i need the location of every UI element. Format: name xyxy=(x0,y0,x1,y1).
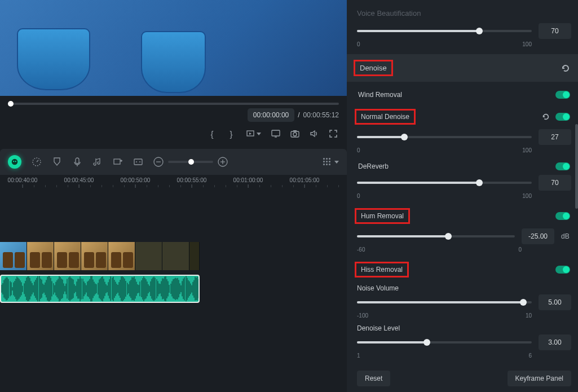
denoise-label: Denoise xyxy=(354,60,393,76)
svg-rect-12 xyxy=(134,159,142,165)
normal-denoise-value[interactable]: 27 xyxy=(539,129,571,145)
brace-close-icon[interactable]: } xyxy=(227,129,236,138)
layout-mode[interactable] xyxy=(323,158,339,166)
svg-rect-10 xyxy=(76,158,79,164)
left-panel: 00:00:00:00 / 00:00:55:12 { } xyxy=(0,0,347,392)
playback-options[interactable] xyxy=(246,129,261,138)
zoom-in-icon[interactable] xyxy=(218,157,228,167)
timeline-tracks[interactable] xyxy=(0,195,347,342)
audio-track[interactable] xyxy=(0,275,347,305)
noise-volume-value[interactable]: 5.00 xyxy=(539,294,571,310)
normal-denoise-label: Normal Denoise xyxy=(355,109,416,125)
svg-point-4 xyxy=(293,133,297,136)
marker-icon[interactable] xyxy=(52,157,62,167)
properties-panel: Voice Beautification 70 0100 Denoise Win… xyxy=(347,0,578,392)
display-icon[interactable] xyxy=(271,129,280,138)
zoom-out-icon[interactable] xyxy=(153,157,164,167)
aspect-icon[interactable] xyxy=(133,157,143,167)
voiceover-icon[interactable] xyxy=(72,157,82,167)
hum-removal-value[interactable]: -25.00 xyxy=(522,228,554,244)
keyframe-panel-button[interactable]: Keyframe Panel xyxy=(508,371,571,386)
timeline-toolbar xyxy=(0,149,347,175)
dereverb-toggle[interactable] xyxy=(555,162,570,170)
svg-point-8 xyxy=(15,161,16,162)
denoise-level-slider[interactable] xyxy=(357,341,532,343)
svg-point-14 xyxy=(139,161,140,162)
dereverb-value[interactable]: 70 xyxy=(539,175,571,191)
hum-removal-slider[interactable] xyxy=(357,235,515,237)
reset-button[interactable]: Reset xyxy=(357,371,390,386)
timecode-total: 00:00:55:12 xyxy=(303,111,339,119)
brace-open-icon[interactable]: { xyxy=(208,129,217,138)
fullscreen-icon[interactable] xyxy=(329,129,338,138)
denoise-level-value[interactable]: 3.00 xyxy=(539,334,571,350)
voice-beautification-value[interactable]: 70 xyxy=(539,23,571,39)
video-preview[interactable] xyxy=(0,0,347,96)
svg-rect-1 xyxy=(272,130,280,136)
hiss-removal-label: Hiss Removal xyxy=(355,262,409,278)
zoom-slider[interactable] xyxy=(168,161,213,163)
reset-denoise-icon[interactable] xyxy=(561,64,570,73)
voice-beautification-label: Voice Beautification xyxy=(357,5,571,23)
reset-normal-denoise-icon[interactable] xyxy=(542,113,550,121)
crop-extend-icon[interactable] xyxy=(113,157,123,167)
video-track[interactable] xyxy=(0,240,347,271)
svg-point-13 xyxy=(136,161,137,162)
denoise-section-header[interactable]: Denoise xyxy=(347,54,578,82)
normal-denoise-toggle[interactable] xyxy=(555,113,570,121)
noise-volume-label: Noise Volume xyxy=(357,282,571,294)
scrollbar[interactable] xyxy=(575,124,578,209)
normal-denoise-slider[interactable] xyxy=(357,136,532,138)
volume-icon[interactable] xyxy=(310,129,319,138)
svg-point-7 xyxy=(13,161,14,162)
timecode-current[interactable]: 00:00:00:00 xyxy=(248,108,294,122)
svg-rect-5 xyxy=(293,130,297,131)
svg-point-6 xyxy=(12,159,18,165)
timeline-ruler[interactable]: 00:00:40:0000:00:45:0000:00:50:0000:00:5… xyxy=(0,175,347,195)
audio-clip[interactable] xyxy=(0,275,200,303)
wind-removal-toggle[interactable] xyxy=(555,91,570,99)
ai-tools-icon[interactable] xyxy=(8,155,21,169)
wind-removal-label: Wind Removal xyxy=(358,91,402,99)
voice-beautification-slider[interactable] xyxy=(357,30,532,32)
hum-removal-unit: dB xyxy=(561,232,571,240)
denoise-level-label: Denoise Level xyxy=(357,322,571,334)
noise-volume-slider[interactable] xyxy=(357,301,532,303)
audio-track-icon[interactable] xyxy=(92,157,103,167)
hum-removal-label: Hum Removal xyxy=(355,208,410,224)
dereverb-slider[interactable] xyxy=(357,182,532,184)
svg-rect-11 xyxy=(114,159,120,164)
speed-icon[interactable] xyxy=(32,157,42,167)
dereverb-label: DeReverb xyxy=(358,162,389,170)
hiss-removal-toggle[interactable] xyxy=(555,266,570,274)
hum-removal-toggle[interactable] xyxy=(555,212,570,220)
timecode-separator: / xyxy=(298,111,299,119)
video-progress-bar[interactable] xyxy=(8,103,339,105)
snapshot-icon[interactable] xyxy=(290,129,299,138)
